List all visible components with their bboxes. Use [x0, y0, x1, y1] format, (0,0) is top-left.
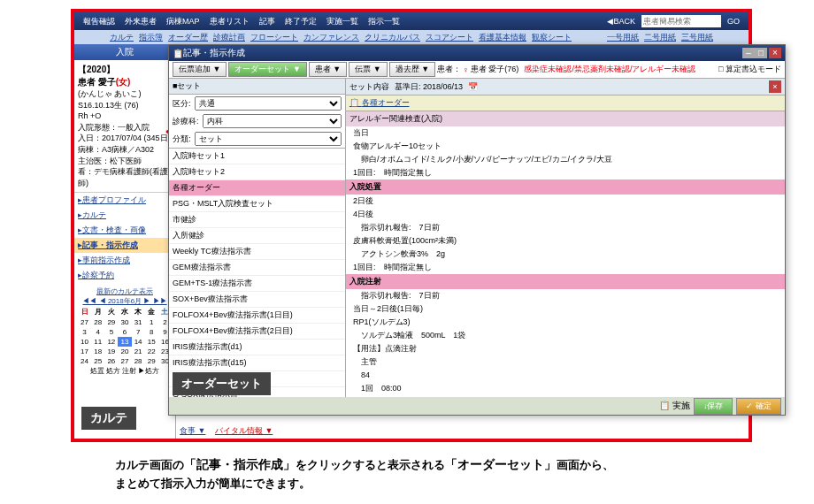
dialog-toolbar: 伝票追加 ▼ オーダーセット ▼ 患者 ▼ 伝票 ▼ 過去歴 ▼ 患者：♀患者 … [169, 61, 785, 79]
nav-advance[interactable]: ▸事前指示作成 [74, 253, 175, 268]
menu-item[interactable]: 病棟MAP [163, 15, 204, 28]
sidebar: 入院 【2020】 患者 愛子(女) (かんじゃ あいこ) S16.10.13生… [74, 44, 176, 439]
close-icon[interactable]: × [769, 48, 781, 58]
set-item[interactable]: SOX+Bev療法指示書 [169, 292, 345, 308]
maximize-icon[interactable]: □ [755, 48, 767, 58]
top-menu: 報告確認 外来患者 病棟MAP 患者リスト 記事 終了予定 実施一覧 指示一覧 … [74, 12, 749, 30]
order-create-dialog: 📋記事・指示作成–□× 伝票追加 ▼ オーダーセット ▼ 患者 ▼ 伝票 ▼ 過… [168, 44, 786, 416]
patient-search[interactable] [641, 15, 721, 27]
orderset-tag: オーダーセット [173, 372, 271, 395]
set-item[interactable]: GEM療法指示書 [169, 260, 345, 276]
set-item[interactable]: IRIS療法指示書(d15) [169, 355, 345, 371]
set-item[interactable]: 市健診 [169, 212, 345, 228]
set-item[interactable]: FOLFOX4+Bev療法指示書(2日目) [169, 324, 345, 340]
set-item[interactable]: Weekly TC療法指示書 [169, 244, 345, 260]
sub-menu: カルテ指示簿オーダー歴診療計画フローシートカンファレンスクリニカルパススコアシー… [74, 30, 749, 44]
nav-profile[interactable]: ▸患者プロファイル [74, 193, 175, 208]
back-button[interactable]: ◀BACK [603, 16, 639, 27]
dialog-title-icon: 📋 [173, 49, 183, 58]
set-item[interactable]: FOLFOX4+Bev療法指示書(1日目) [169, 308, 345, 324]
menu-item[interactable]: 外来患者 [121, 15, 160, 28]
nav-order-create[interactable]: ▸記事・指示作成 [74, 238, 175, 253]
go-button[interactable]: GO [724, 16, 743, 27]
order-link[interactable]: 📋 各種オーダー [349, 97, 410, 109]
set-item[interactable]: GEM+TS-1療法指示書 [169, 276, 345, 292]
dept-select[interactable]: 内科 [203, 114, 342, 128]
patient-info: 【2020】 患者 愛子(女) (かんじゃ あいこ) S16.10.13生 (7… [74, 60, 175, 193]
calendar[interactable]: 最新のカルテ表示 ◀◀ ◀ 2018年6月 ▶ ▶▶ 日月火水木金土 27282… [74, 283, 175, 379]
set-panel: ■セット 区分:共通 診療科:内科 分類:セット 入院時セット1入院時セット2各… [169, 79, 346, 397]
orderset-dd[interactable]: オーダーセット ▼ [228, 62, 306, 77]
calendar-icon[interactable]: 📅 [468, 82, 478, 91]
class-select[interactable]: セット [195, 132, 342, 146]
menu-item[interactable]: 実施一覧 [323, 15, 362, 28]
minimize-icon[interactable]: – [742, 48, 755, 58]
nav-reserve[interactable]: ▸診察予約 [74, 268, 175, 283]
dialog-footer: 📋 実施 ↓保存 ✓ 確定 [169, 397, 785, 415]
set-item[interactable]: 各種オーダー [169, 180, 345, 196]
calc-mode-checkbox[interactable]: □ 算定書込モード [718, 64, 781, 75]
add-slip-dd[interactable]: 伝票追加 ▼ [173, 62, 227, 77]
set-item[interactable]: 入院時セット2 [169, 164, 345, 180]
set-item[interactable]: IRIS療法指示書(d1) [169, 340, 345, 355]
menu-item[interactable]: 記事 [256, 15, 279, 28]
karte-tag: カルテ [81, 407, 136, 430]
menu-item[interactable]: 患者リスト [206, 15, 253, 28]
set-item[interactable]: PSG・MSLT入院検査セット [169, 196, 345, 212]
set-content-panel: セット内容基準日: 2018/06/13📅× 📋 各種オーダー アレルギー関連検… [346, 79, 785, 397]
set-item[interactable]: 入院時セット1 [169, 149, 345, 164]
nav-karte[interactable]: ▸カルテ [74, 208, 175, 223]
panel-close-icon[interactable]: × [769, 80, 781, 93]
dialog-title: 記事・指示作成 [183, 47, 245, 59]
kubun-select[interactable]: 共通 [195, 96, 342, 111]
menu-item[interactable]: 報告確認 [80, 15, 119, 28]
set-list: 入院時セット1入院時セット2各種オーダーPSG・MSLT入院検査セット市健診入所… [169, 148, 345, 397]
set-item[interactable]: 入所健診 [169, 228, 345, 244]
save-button[interactable]: ↓保存 [694, 398, 733, 415]
menu-item[interactable]: 指示一覧 [365, 15, 403, 28]
side-nav: ▸患者プロファイル ▸カルテ ▸文書・検査・画像 ▸記事・指示作成 ▸事前指示作… [74, 193, 175, 283]
menu-item[interactable]: 終了予定 [281, 15, 320, 28]
nav-docs[interactable]: ▸文書・検査・画像 [74, 223, 175, 238]
admission-header: 入院 [74, 44, 175, 60]
confirm-button[interactable]: ✓ 確定 [736, 398, 781, 415]
alert-text: 感染症未確認/禁忌薬剤未確認/アレルギー未確認 [524, 64, 695, 75]
caption: カルテ画面の「記事・指示作成」をクリックすると表示される「オーダーセット」画面か… [115, 454, 734, 493]
